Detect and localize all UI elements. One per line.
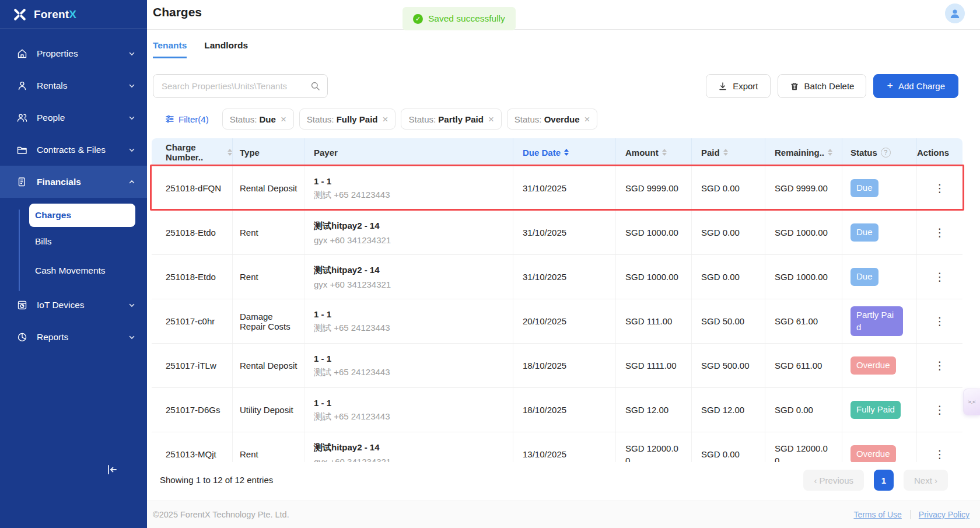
brand-name: ForentX [34, 8, 76, 21]
cell-due-date: 20/10/2025 [513, 299, 616, 343]
sidebar-item-label: People [37, 113, 128, 123]
row-actions-menu[interactable]: ⋮ [929, 401, 951, 419]
page-footer: ©2025 ForentX Technology Pte. Ltd. Terms… [147, 501, 980, 528]
sidebar-item-rentals[interactable]: Rentals [0, 69, 147, 102]
table-row[interactable]: 251017-D6Gs Utility Deposit 1 - 1 测試 +65… [152, 388, 963, 432]
cell-payer: 1 - 1 测試 +65 24123443 [304, 299, 513, 343]
sidebar-item-iot-devices[interactable]: IoT Devices [0, 289, 147, 321]
column-header-remaining[interactable]: Remaining.. [765, 138, 842, 166]
row-actions-menu[interactable]: ⋮ [929, 356, 951, 375]
chip-close-icon[interactable]: × [281, 114, 286, 124]
sort-icon[interactable] [828, 149, 832, 156]
sort-icon[interactable] [228, 149, 232, 156]
cell-charge-number: 251017-iTLw [152, 344, 233, 387]
sidebar-item-reports[interactable]: Reports [0, 321, 147, 353]
help-icon[interactable]: ? [881, 148, 891, 158]
collapse-icon [105, 463, 123, 477]
avatar[interactable] [945, 4, 965, 23]
column-header-amount[interactable]: Amount [616, 138, 692, 166]
sidebar-item-people[interactable]: People [0, 102, 147, 134]
sort-icon[interactable] [564, 149, 569, 156]
sidebar-item-contracts-files[interactable]: Contracts & Files [0, 134, 147, 166]
status-badge: Overdue [850, 445, 896, 462]
batch-delete-button[interactable]: Batch Delete [778, 74, 867, 98]
terms-of-use-link[interactable]: Terms of Use [853, 510, 901, 519]
cell-type: Rent [233, 211, 304, 254]
sidebar-item-financials[interactable]: Financials [0, 166, 147, 198]
table-row[interactable]: 251017-c0hr Damage Repair Costs 1 - 1 测試… [152, 299, 963, 344]
title-bar [147, 0, 980, 30]
collapse-sidebar-button[interactable] [105, 461, 123, 478]
cell-payer: 测试hitpay2 - 14 gyx +60 341234321 [304, 211, 513, 254]
cell-amount: SGD 1111.00 [625, 359, 680, 372]
sidebar-item-properties[interactable]: Properties [0, 37, 147, 69]
page-number-button[interactable]: 1 [874, 470, 894, 491]
chip-close-icon[interactable]: × [488, 114, 494, 124]
chevron-down-icon [128, 114, 135, 121]
row-actions-menu[interactable]: ⋮ [929, 179, 951, 197]
copyright-text: ©2025 ForentX Technology Pte. Ltd. [153, 510, 289, 519]
filter-chip-fully-paid: Status: Fully Paid × [299, 109, 396, 130]
cell-payer: 1 - 1 测試 +65 24123443 [304, 166, 513, 210]
feedback-widget-tab[interactable]: >.< [963, 389, 980, 415]
cell-payer: 测试hitpay2 - 14 gyx +60 341234321 [304, 255, 513, 299]
add-charge-label: Add Charge [898, 81, 945, 91]
cell-charge-number: 251018-dFQN [152, 166, 233, 210]
cell-charge-number: 251017-D6Gs [152, 388, 233, 432]
column-header-charge-number[interactable]: Charge Number.. [152, 138, 233, 166]
column-header-payer: Payer [304, 138, 513, 166]
cell-remaining: SGD 1000.00 [775, 271, 830, 283]
sidebar-item-bills[interactable]: Bills [0, 227, 147, 256]
table-body: 251018-dFQN Rental Deposit 1 - 1 测試 +65 … [152, 166, 963, 462]
toolbar-actions: Export Batch Delete + Add Charge [706, 74, 958, 98]
cell-paid: SGD 500.00 [701, 359, 753, 372]
status-badge: Due [850, 268, 878, 285]
sidebar-item-label: Reports [37, 332, 128, 342]
tab-tenants[interactable]: Tenants [153, 36, 187, 58]
row-actions-menu[interactable]: ⋮ [929, 445, 951, 462]
column-header-paid[interactable]: Paid [692, 138, 765, 166]
cell-paid: SGD 0.00 [701, 182, 753, 194]
app-logo[interactable]: ForentX [0, 0, 147, 29]
sort-icon[interactable] [662, 149, 667, 156]
row-actions-menu[interactable]: ⋮ [929, 312, 951, 330]
previous-page-button[interactable]: ‹ Previous [803, 470, 864, 491]
cell-charge-number: 251013-MQjt [152, 432, 233, 462]
table-row[interactable]: 251018-Etdo Rent 测试hitpay2 - 14 gyx +60 … [152, 211, 963, 255]
toast-success: ✓ Saved successfully [402, 7, 516, 30]
add-charge-button[interactable]: + Add Charge [873, 74, 958, 98]
cell-charge-number: 251017-c0hr [152, 299, 233, 343]
cell-amount: SGD 9999.00 [625, 182, 680, 194]
chip-close-icon[interactable]: × [584, 114, 590, 124]
table-row[interactable]: 251018-Etdo Rent 测试hitpay2 - 14 gyx +60 … [152, 255, 963, 299]
row-actions-menu[interactable]: ⋮ [929, 268, 951, 286]
cell-payer: 1 - 1 测試 +65 24123443 [304, 344, 513, 387]
row-actions-menu[interactable]: ⋮ [929, 223, 951, 242]
chevron-down-icon [128, 334, 135, 341]
filter-label: Filter(4) [178, 114, 209, 124]
document-icon [16, 176, 28, 188]
status-badge: Overdue [850, 356, 896, 374]
column-header-due-date[interactable]: Due Date [513, 138, 616, 166]
table-row[interactable]: 251018-dFQN Rental Deposit 1 - 1 测試 +65 … [152, 166, 963, 211]
device-icon [16, 299, 28, 311]
table-row[interactable]: 251013-MQjt Rent 测试hitpay2 - 14 gyx +60 … [152, 432, 963, 462]
sidebar-item-charges[interactable]: Charges [29, 204, 135, 227]
cell-type: Rent [233, 255, 304, 299]
sort-icon[interactable] [723, 149, 728, 156]
search-icon [310, 81, 320, 91]
filter-chip-due: Status: Due × [222, 109, 294, 130]
chip-close-icon[interactable]: × [383, 114, 388, 124]
cell-type: Rental Deposit [233, 166, 304, 210]
search-input[interactable] [153, 74, 328, 98]
sidebar-item-cash-movements[interactable]: Cash Movements [0, 256, 147, 285]
download-icon [718, 82, 727, 91]
column-header-status: Status ? [842, 138, 917, 166]
next-page-button[interactable]: Next › [904, 470, 948, 491]
privacy-policy-link[interactable]: Privacy Policy [919, 510, 970, 519]
filter-button[interactable]: Filter(4) [165, 114, 209, 124]
export-button[interactable]: Export [706, 74, 770, 98]
folder-icon [16, 144, 28, 156]
tab-landlords[interactable]: Landlords [204, 36, 248, 58]
table-row[interactable]: 251017-iTLw Rental Deposit 1 - 1 测試 +65 … [152, 344, 963, 388]
